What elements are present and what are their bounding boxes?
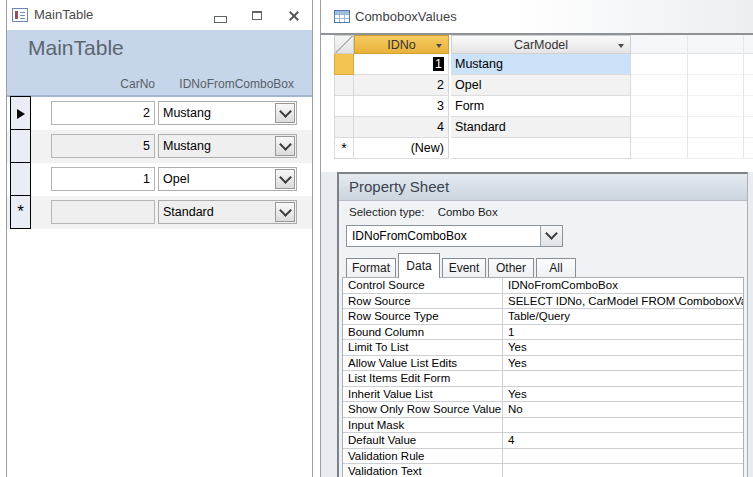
property-value[interactable]: Yes [503, 340, 743, 355]
form-icon [12, 8, 28, 22]
idno-cell[interactable]: (New) [354, 138, 449, 159]
maintable-window-title: MainTable [34, 7, 93, 22]
idno-column-header[interactable]: IDNo [354, 35, 449, 54]
property-tabs: Format Data Event Other All [346, 252, 741, 278]
form-header: MainTable CarNo IDNoFromComboBox [7, 30, 312, 95]
property-value[interactable] [503, 371, 743, 386]
property-value[interactable]: Yes [503, 356, 743, 371]
datasheet-empty-area [631, 54, 753, 159]
property-name: Validation Rule [343, 449, 503, 464]
carmodel-cell[interactable]: Standard [451, 117, 631, 138]
property-value[interactable]: Yes [503, 387, 743, 402]
carmodel-column-header[interactable]: CarModel [451, 35, 631, 54]
property-value[interactable]: 1 [503, 325, 743, 340]
new-record-selector[interactable]: * [10, 195, 31, 229]
property-value[interactable] [503, 464, 743, 477]
maintable-titlebar[interactable]: MainTable [7, 0, 312, 30]
new-record-icon: * [11, 196, 30, 228]
chevron-down-icon [279, 171, 292, 184]
column-header-label: CarModel [514, 38, 568, 52]
property-value[interactable] [503, 418, 743, 433]
tab-data[interactable]: Data [398, 253, 440, 278]
property-name: Limit To List [343, 340, 503, 355]
row-selector[interactable] [334, 75, 354, 96]
new-record-selector[interactable]: * [334, 138, 354, 159]
table-icon [334, 10, 350, 23]
carno-field[interactable]: 2 [51, 101, 155, 125]
grid-line [687, 35, 688, 159]
row-selector[interactable] [334, 54, 354, 75]
column-dropdown-icon[interactable] [436, 44, 442, 48]
property-name: Validation Text [343, 464, 503, 477]
tab-all[interactable]: All [536, 258, 576, 278]
grid-line [743, 35, 744, 159]
form-new-record-row: * Standard [7, 196, 312, 229]
selection-type-label: Selection type: [349, 206, 424, 218]
combobox-dropdown-button[interactable] [275, 169, 295, 189]
chevron-down-icon [279, 105, 292, 118]
idno-cell[interactable]: 4 [354, 117, 449, 138]
property-row: List Items Edit Form [343, 371, 743, 387]
row-selector[interactable] [334, 117, 354, 138]
column-header-label: IDNo [387, 38, 415, 52]
property-row: Show Only Row Source Value No [343, 402, 743, 418]
combobox-value: Mustang [163, 139, 211, 153]
carmodel-cell[interactable]: Mustang [451, 54, 631, 75]
carmodel-cell[interactable]: Form [451, 96, 631, 117]
idno-cell[interactable]: 3 [354, 96, 449, 117]
chevron-down-icon [279, 204, 292, 217]
carmodel-cell[interactable]: Opel [451, 75, 631, 96]
property-value[interactable]: 4 [503, 433, 743, 448]
carmodel-combobox[interactable]: Mustang [158, 134, 297, 158]
property-name: List Items Edit Form [343, 371, 503, 386]
idno-cell[interactable]: 2 [354, 75, 449, 96]
combobox-dropdown-button[interactable] [540, 226, 562, 246]
object-selector-combobox[interactable]: IDNoFromComboBox [346, 225, 563, 247]
carmodel-combobox[interactable]: Mustang [158, 101, 297, 125]
record-selector[interactable] [10, 129, 31, 163]
comboboxvalues-window: ComboboxValues IDNo CarModel 1 Mustang 2… [320, 0, 753, 477]
combobox-dropdown-button[interactable] [275, 202, 295, 222]
property-value[interactable]: Table/Query [503, 309, 743, 324]
property-row: Limit To List Yes [343, 340, 743, 356]
form-record-row: 2 Mustang [7, 97, 312, 130]
property-row: Bound Column 1 [343, 325, 743, 341]
property-value[interactable]: SELECT IDNo, CarModel FROM ComboboxValue [503, 294, 743, 309]
property-name: Input Mask [343, 418, 503, 433]
combobox-dropdown-button[interactable] [275, 103, 295, 123]
property-sheet-title: Property Sheet [339, 174, 747, 201]
carmodel-cell[interactable] [451, 138, 631, 159]
property-row: Row Source SELECT IDNo, CarModel FROM Co… [343, 294, 743, 310]
restore-icon[interactable] [247, 8, 267, 25]
current-record-selector[interactable] [10, 96, 31, 130]
current-record-icon [17, 109, 25, 119]
select-all-cell[interactable] [334, 35, 354, 54]
carno-field[interactable] [51, 200, 155, 224]
property-value[interactable]: IDNoFromComboBox [503, 278, 743, 293]
tab-format[interactable]: Format [346, 258, 396, 278]
property-row: Row Source Type Table/Query [343, 309, 743, 325]
property-name: Control Source [343, 278, 503, 293]
carmodel-combobox[interactable]: Standard [158, 200, 297, 224]
carno-field[interactable]: 5 [51, 134, 155, 158]
carno-field[interactable]: 1 [51, 167, 155, 191]
property-row: Default Value 4 [343, 433, 743, 449]
minimize-icon[interactable] [210, 8, 230, 25]
tab-other[interactable]: Other [488, 258, 534, 278]
datasheet-header: IDNo CarModel [321, 35, 753, 54]
column-dropdown-icon[interactable] [618, 44, 624, 48]
row-selector[interactable] [334, 96, 354, 117]
property-row: Validation Text [343, 464, 743, 477]
carno-column-label: CarNo [51, 77, 155, 91]
record-selector[interactable] [10, 162, 31, 196]
tab-event[interactable]: Event [442, 258, 486, 278]
close-icon[interactable] [284, 8, 304, 25]
property-value[interactable]: No [503, 402, 743, 417]
combobox-dropdown-button[interactable] [275, 136, 295, 156]
carmodel-combobox[interactable]: Opel [158, 167, 297, 191]
property-value[interactable] [503, 449, 743, 464]
property-grid: Control Source IDNoFromComboBox Row Sour… [342, 277, 744, 477]
comboboxvalues-titlebar[interactable]: ComboboxValues [321, 0, 753, 35]
new-record-icon: * [335, 138, 353, 158]
idno-cell[interactable]: 1 [354, 54, 449, 75]
